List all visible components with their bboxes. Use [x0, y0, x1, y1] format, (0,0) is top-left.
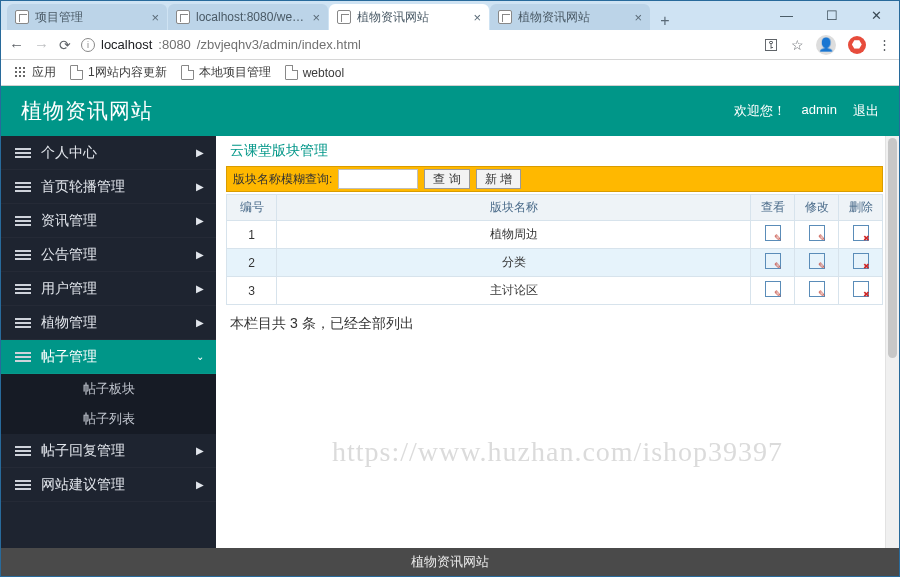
cell-idx: 1	[227, 221, 277, 249]
username-link[interactable]: admin	[802, 102, 837, 120]
view-icon[interactable]	[765, 281, 781, 297]
window-controls: — ☐ ✕	[764, 1, 899, 30]
sidebar-item-posts[interactable]: 帖子管理⌄	[1, 340, 216, 374]
tab-label: localhost:8080/webtool/all/in	[196, 10, 306, 24]
menu-icon	[15, 250, 31, 260]
edit-icon[interactable]	[809, 253, 825, 269]
page-icon	[15, 10, 29, 24]
close-icon[interactable]: ×	[151, 10, 159, 25]
col-name: 版块名称	[277, 195, 751, 221]
search-button[interactable]: 查 询	[424, 169, 469, 189]
bookmark-item[interactable]: 1网站内容更新	[70, 64, 167, 81]
chevron-right-icon: ▶	[196, 317, 204, 328]
password-key-icon[interactable]: ⚿	[764, 36, 779, 53]
minimize-button[interactable]: —	[764, 1, 809, 30]
url-path: /zbvjeqhv3/admin/index.html	[197, 37, 361, 52]
close-icon[interactable]: ×	[312, 10, 320, 25]
extension-icon[interactable]: ⬣	[848, 36, 866, 54]
close-window-button[interactable]: ✕	[854, 1, 899, 30]
bookmark-item[interactable]: webtool	[285, 65, 344, 80]
chevron-right-icon: ▶	[196, 479, 204, 490]
view-icon[interactable]	[765, 225, 781, 241]
edit-icon[interactable]	[809, 225, 825, 241]
cell-idx: 3	[227, 277, 277, 305]
site-info-icon[interactable]: i	[81, 38, 95, 52]
profile-avatar[interactable]: 👤	[816, 35, 836, 55]
new-button[interactable]: 新 增	[476, 169, 521, 189]
sidebar-item-plants[interactable]: 植物管理▶	[1, 306, 216, 340]
delete-icon[interactable]	[853, 253, 869, 269]
page-icon	[337, 10, 351, 24]
apps-button[interactable]: 应用	[13, 64, 56, 81]
table-row: 1 植物周边	[227, 221, 883, 249]
bookmark-star-icon[interactable]: ☆	[791, 37, 804, 53]
sidebar-sub-boards[interactable]: 帖子板块	[1, 374, 216, 404]
sidebar-item-suggestions[interactable]: 网站建议管理▶	[1, 468, 216, 502]
sidebar-item-users[interactable]: 用户管理▶	[1, 272, 216, 306]
browser-tab-active[interactable]: 植物资讯网站 ×	[329, 4, 489, 30]
address-field[interactable]: i localhost:8080/zbvjeqhv3/admin/index.h…	[81, 37, 754, 52]
brand-title: 植物资讯网站	[21, 97, 153, 125]
footer-text: 植物资讯网站	[411, 553, 489, 571]
menu-icon	[15, 480, 31, 490]
sidebar-item-carousel[interactable]: 首页轮播管理▶	[1, 170, 216, 204]
chevron-right-icon: ▶	[196, 249, 204, 260]
col-view: 查看	[751, 195, 795, 221]
page-icon	[285, 65, 298, 80]
search-label: 版块名称模糊查询:	[233, 171, 332, 188]
panel-title: 云课堂版块管理	[226, 136, 883, 166]
sidebar-sub-postlist[interactable]: 帖子列表	[1, 404, 216, 434]
cell-name: 主讨论区	[277, 277, 751, 305]
delete-icon[interactable]	[853, 281, 869, 297]
col-del: 删除	[839, 195, 883, 221]
chevron-right-icon: ▶	[196, 147, 204, 158]
view-icon[interactable]	[765, 253, 781, 269]
menu-icon	[15, 318, 31, 328]
sidebar-item-profile[interactable]: 个人中心▶	[1, 136, 216, 170]
menu-icon	[15, 182, 31, 192]
browser-tab[interactable]: 项目管理 ×	[7, 4, 167, 30]
browser-window: 项目管理 × localhost:8080/webtool/all/in × 植…	[0, 0, 900, 577]
forward-button[interactable]: →	[34, 36, 49, 53]
sidebar-item-replies[interactable]: 帖子回复管理▶	[1, 434, 216, 468]
new-tab-button[interactable]: +	[651, 12, 679, 30]
cell-idx: 2	[227, 249, 277, 277]
close-icon[interactable]: ×	[634, 10, 642, 25]
menu-icon	[15, 284, 31, 294]
sidebar-item-news[interactable]: 资讯管理▶	[1, 204, 216, 238]
data-table: 编号 版块名称 查看 修改 删除 1 植物周边	[226, 194, 883, 305]
addrbar-actions: ⚿ ☆ 👤 ⬣ ⋮	[764, 35, 891, 55]
maximize-button[interactable]: ☐	[809, 1, 854, 30]
chevron-right-icon: ▶	[196, 283, 204, 294]
scrollbar-thumb[interactable]	[888, 138, 897, 358]
welcome-text: 欢迎您！	[734, 102, 786, 120]
page-icon	[498, 10, 512, 24]
chevron-right-icon: ▶	[196, 181, 204, 192]
sidebar-item-notice[interactable]: 公告管理▶	[1, 238, 216, 272]
menu-kebab-icon[interactable]: ⋮	[878, 37, 891, 52]
logout-link[interactable]: 退出	[853, 102, 879, 120]
bookmark-item[interactable]: 本地项目管理	[181, 64, 271, 81]
page-footer: 植物资讯网站	[1, 548, 899, 576]
tab-label: 项目管理	[35, 9, 145, 26]
watermark-text: https://www.huzhan.com/ishop39397	[216, 436, 899, 468]
close-icon[interactable]: ×	[473, 10, 481, 25]
reload-button[interactable]: ⟳	[59, 37, 71, 53]
search-input[interactable]	[338, 169, 418, 189]
page-body: 个人中心▶ 首页轮播管理▶ 资讯管理▶ 公告管理▶ 用户管理▶ 植物管理▶ 帖子…	[1, 136, 899, 548]
scrollbar-track[interactable]	[885, 136, 899, 548]
cell-name: 植物周边	[277, 221, 751, 249]
browser-tab[interactable]: 植物资讯网站 ×	[490, 4, 650, 30]
col-edit: 修改	[795, 195, 839, 221]
back-button[interactable]: ←	[9, 36, 24, 53]
edit-icon[interactable]	[809, 281, 825, 297]
url-host: localhost	[101, 37, 152, 52]
search-row: 版块名称模糊查询: 查 询 新 增	[226, 166, 883, 192]
table-row: 3 主讨论区	[227, 277, 883, 305]
page-icon	[176, 10, 190, 24]
tab-label: 植物资讯网站	[518, 9, 628, 26]
delete-icon[interactable]	[853, 225, 869, 241]
col-idx: 编号	[227, 195, 277, 221]
browser-tab[interactable]: localhost:8080/webtool/all/in ×	[168, 4, 328, 30]
menu-icon	[15, 216, 31, 226]
